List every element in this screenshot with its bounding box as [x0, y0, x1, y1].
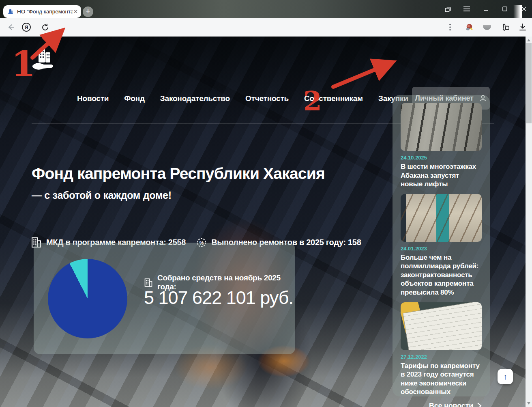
news-date: 27.12.2022	[401, 354, 482, 360]
refresh-icon[interactable]	[40, 22, 50, 32]
news-title[interactable]: Больше чем на полмиллиарда рублей: закон…	[401, 253, 482, 297]
nav-item-legislation[interactable]: Законодательство	[160, 94, 230, 103]
hero-subtitle: — с заботой о каждом доме!	[32, 190, 172, 201]
download-icon[interactable]	[517, 22, 528, 32]
scrollbar-down-icon[interactable]	[527, 402, 530, 405]
profile-extension-icon[interactable]	[464, 22, 474, 32]
scroll-to-top-button[interactable]: ↑	[498, 369, 513, 384]
alice-extension-icon[interactable]	[482, 22, 492, 32]
news-title[interactable]: В шести многоэтажках Абакана запустят но…	[401, 162, 482, 189]
all-news-link[interactable]: Все новости	[401, 402, 482, 407]
collected-funds-card: Собрано средств на ноябрь 2025 года: 5 1…	[34, 243, 295, 354]
tab-close-icon[interactable]: ✕	[73, 9, 78, 15]
nav-item-fund[interactable]: Фонд	[124, 94, 145, 103]
news-image-scaffold[interactable]	[401, 194, 482, 242]
more-options-icon[interactable]	[445, 22, 455, 32]
close-window-button[interactable]	[518, 3, 530, 15]
site-nav: Новости Фонд Законодательство Отчетность…	[77, 89, 408, 108]
nav-item-owners[interactable]: Собственникам	[304, 94, 363, 103]
news-item[interactable]: 27.12.2022 Тарифы по капремонту в 2023 г…	[401, 302, 482, 396]
chevron-right-icon	[477, 402, 482, 407]
minimize-button[interactable]	[480, 3, 491, 15]
news-date: 24.01.2023	[401, 245, 482, 252]
tabs-panel-icon[interactable]	[442, 3, 453, 15]
collected-amount: 5 107 622 101 руб.	[144, 287, 293, 308]
building-icon	[144, 278, 153, 287]
pie-chart	[48, 259, 127, 338]
news-image-lifts[interactable]	[401, 103, 482, 151]
browser-tab[interactable]: НО "Фонд капремонта ✕	[3, 5, 81, 18]
new-tab-button[interactable]: +	[83, 6, 93, 17]
yandex-browser-icon[interactable]: Я	[21, 22, 32, 32]
svg-text:Я: Я	[25, 25, 28, 30]
page-scrollbar[interactable]	[526, 37, 532, 407]
up-arrow-icon: ↑	[503, 372, 507, 381]
tab-strip: НО "Фонд капремонта ✕ +	[0, 0, 532, 18]
scrollbar-up-icon[interactable]	[527, 39, 530, 41]
site-favicon-icon	[7, 9, 14, 15]
site-logo[interactable]	[30, 47, 56, 75]
nav-item-reports[interactable]: Отчетность	[245, 94, 289, 103]
maximize-button[interactable]	[499, 3, 511, 15]
nav-item-news[interactable]: Новости	[77, 94, 109, 103]
news-date: 24.10.2025	[401, 155, 482, 161]
scrollbar-thumb[interactable]	[526, 43, 532, 123]
news-image-receipt[interactable]	[401, 302, 482, 350]
news-title[interactable]: Тарифы по капремонту в 2023 году останут…	[401, 362, 482, 396]
hand-building-logo-icon	[30, 47, 56, 73]
browser-toolbar: Я kapremont19.ru НО "Фонд капремонта" - …	[0, 18, 532, 37]
tab-title: НО "Фонд капремонта	[17, 9, 73, 15]
news-item[interactable]: 24.10.2025 В шести многоэтажках Абакана …	[401, 103, 482, 189]
webpage: Новости Фонд Законодательство Отчетность…	[0, 37, 526, 407]
news-panel: 24.10.2025 В шести многоэтажках Абакана …	[393, 95, 490, 396]
hero-title: Фонд капремонта Республики Хакасия	[32, 165, 325, 183]
back-icon[interactable]	[6, 22, 16, 32]
browser-window: НО "Фонд капремонта ✕ +	[0, 0, 532, 407]
passwords-extension-icon[interactable]	[500, 22, 511, 32]
menu-icon[interactable]	[461, 3, 472, 15]
news-item[interactable]: 24.01.2023 Больше чем на полмиллиарда ру…	[401, 194, 482, 297]
